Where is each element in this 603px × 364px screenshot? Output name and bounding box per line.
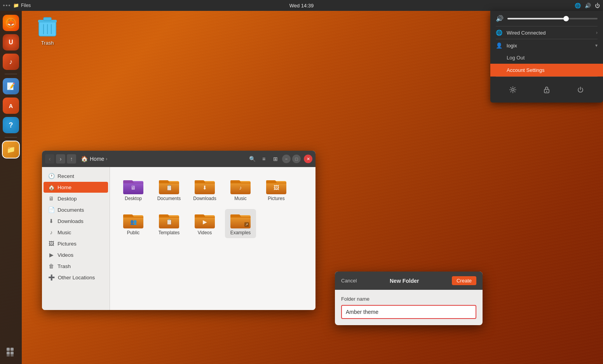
sidebar-item-trash[interactable]: 🗑 Trash — [44, 261, 108, 272]
file-item-public[interactable]: 👥 Public — [118, 209, 149, 239]
dock: 🦊 U ♪ 📝 A ? 📁 — [0, 11, 22, 364]
power-icon[interactable]: ⏻ — [595, 3, 600, 9]
volume-slider-thumb — [563, 16, 569, 21]
nfd-header: Cancel New Folder Create — [335, 272, 483, 290]
folder-icon-videos: ▶ — [195, 211, 215, 228]
sidebar-item-home[interactable]: 🏠 Home — [44, 182, 108, 193]
fm-forward-button[interactable]: › — [56, 154, 65, 164]
svg-point-34 — [512, 89, 514, 91]
fm-list-view-button[interactable]: ≡ — [259, 154, 269, 164]
sm-lock-button[interactable] — [539, 82, 554, 97]
file-label-examples: Examples — [230, 230, 251, 236]
dock-icon-app-center[interactable]: A — [3, 98, 19, 114]
file-label-downloads: Downloads — [193, 196, 216, 202]
network-label: Wired Connected — [507, 30, 545, 36]
sidebar-home-label: Home — [58, 185, 71, 190]
sidebar-item-pictures[interactable]: 🖼 Pictures — [44, 238, 108, 249]
file-label-pictures: Pictures — [268, 196, 284, 202]
svg-rect-7 — [10, 355, 14, 356]
fm-grid-view-button[interactable]: ⊞ — [270, 154, 281, 164]
folder-icon-examples: ↗ — [230, 211, 251, 228]
svg-point-36 — [546, 91, 547, 92]
sidebar-item-recent[interactable]: 🕐 Recent — [44, 171, 108, 181]
trash-icon: 🗑 — [48, 263, 54, 269]
dock-icon-writer[interactable]: 📝 — [3, 78, 19, 94]
fm-maximize-button[interactable]: □ — [292, 155, 301, 163]
network-arrow: › — [596, 30, 598, 35]
recent-icon: 🕐 — [48, 173, 54, 179]
topbar-left: 📁 Files — [0, 3, 575, 8]
sm-bottom-icons-row — [490, 77, 603, 103]
dock-app-grid[interactable] — [3, 344, 19, 360]
sm-account-settings-item[interactable]: Account Settings — [490, 64, 603, 77]
fm-location-bar: 🏠 Home › — [78, 155, 246, 162]
dock-icon-rhythmbox[interactable]: ♪ — [3, 54, 19, 70]
cancel-button[interactable]: Cancel — [341, 278, 357, 284]
dock-divider-1 — [5, 74, 17, 74]
network-icon[interactable]: 🌐 — [575, 3, 581, 9]
file-item-downloads[interactable]: ⬇ Downloads — [189, 175, 220, 204]
dock-icon-files[interactable]: 📁 — [3, 141, 19, 158]
dock-icon-firefox[interactable]: 🦊 — [3, 15, 19, 31]
user-name-label: logix — [507, 43, 517, 49]
sidebar-item-desktop[interactable]: 🖥 Desktop — [44, 193, 108, 204]
file-item-videos[interactable]: ▶ Videos — [189, 209, 220, 239]
sidebar-other-label: Other Locations — [58, 275, 95, 280]
file-item-templates[interactable]: 📋 Templates — [153, 209, 185, 239]
dock-icon-help[interactable]: ? — [3, 117, 19, 133]
svg-text:↗: ↗ — [245, 223, 248, 226]
fm-header-actions: 🔍 ≡ ⊞ − □ ✕ — [247, 154, 312, 164]
file-item-documents[interactable]: 📋 Documents — [153, 175, 185, 204]
dock-bottom — [3, 344, 19, 360]
sidebar-downloads-label: Downloads — [58, 218, 84, 224]
svg-rect-6 — [7, 355, 10, 356]
topbar-right: 🌐 🔊 ⏻ — [575, 3, 603, 9]
sidebar-item-videos[interactable]: ▶ Videos — [44, 249, 108, 260]
fm-breadcrumb-arrow: › — [106, 156, 107, 162]
file-item-pictures[interactable]: 🖼 Pictures — [261, 175, 292, 204]
sidebar-trash-label: Trash — [58, 263, 71, 269]
new-folder-dialog-title: New Folder — [390, 278, 419, 284]
folder-icon-downloads: ⬇ — [195, 177, 215, 194]
topbar-appname: 📁 Files — [13, 3, 31, 8]
file-label-templates: Templates — [159, 230, 180, 236]
fm-back-button[interactable]: ‹ — [45, 154, 54, 164]
folder-icon-music: ♪ — [230, 177, 251, 194]
volume-icon[interactable]: 🔊 — [585, 3, 591, 9]
fm-up-button[interactable]: ↑ — [67, 154, 76, 164]
dock-divider-2 — [5, 137, 17, 138]
fm-sidebar: 🕐 Recent 🏠 Home 🖥 Desktop 📄 Documents ⬇ — [42, 167, 110, 310]
sm-power-button[interactable] — [573, 82, 588, 97]
trash-icon-image — [35, 14, 60, 38]
folder-name-input[interactable] — [341, 305, 476, 319]
sm-network-item[interactable]: 🌐 Wired Connected › — [490, 26, 603, 39]
volume-slider-track[interactable] — [507, 18, 598, 19]
sm-user-section[interactable]: 👤 logix ▾ — [490, 39, 603, 52]
svg-rect-2 — [7, 348, 10, 351]
fm-search-button[interactable]: 🔍 — [247, 154, 257, 164]
svg-text:👥: 👥 — [130, 219, 137, 225]
sidebar-item-documents[interactable]: 📄 Documents — [44, 204, 108, 215]
svg-text:♪: ♪ — [239, 185, 242, 191]
fm-main-area: 🖥 Desktop � — [110, 167, 315, 310]
sidebar-item-other-locations[interactable]: ➕ Other Locations — [44, 272, 108, 283]
fm-minimize-button[interactable]: − — [282, 155, 291, 163]
sm-logout-item[interactable]: Log Out — [490, 52, 603, 64]
dock-icon-ubuntu[interactable]: U — [3, 34, 19, 51]
file-item-desktop[interactable]: 🖥 Desktop — [118, 175, 149, 204]
create-button[interactable]: Create — [452, 276, 476, 285]
sidebar-recent-label: Recent — [58, 173, 74, 179]
svg-text:▶: ▶ — [203, 219, 207, 225]
svg-rect-10 — [44, 17, 51, 21]
fm-close-button[interactable]: ✕ — [304, 155, 312, 163]
file-item-music[interactable]: ♪ Music — [225, 175, 256, 204]
file-item-examples[interactable]: ↗ Examples — [225, 209, 256, 239]
sidebar-item-music[interactable]: ♪ Music — [44, 227, 108, 238]
sidebar-documents-label: Documents — [58, 207, 84, 213]
sidebar-item-downloads[interactable]: ⬇ Downloads — [44, 216, 108, 226]
sm-settings-button[interactable] — [505, 82, 520, 97]
svg-text:🖼: 🖼 — [274, 185, 279, 191]
folder-icon-templates: 📋 — [159, 211, 179, 228]
topbar-dots[interactable] — [3, 5, 10, 6]
desktop-trash-icon[interactable]: Trash — [35, 14, 60, 46]
